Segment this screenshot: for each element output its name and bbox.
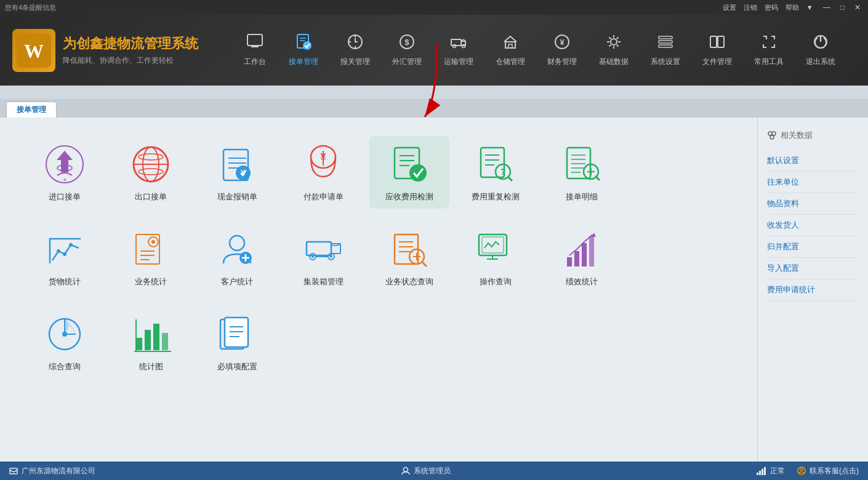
nav-forex-mgmt[interactable]: $ 外汇管理 (382, 28, 432, 72)
order-mgmt-icon (295, 33, 312, 54)
nav-report-mgmt[interactable]: 报关管理 (331, 28, 380, 72)
signal-status: 正常 (770, 466, 785, 476)
grid-item-cash-reimburse[interactable]: ¥ 现金报销单 (197, 136, 277, 209)
app-name: 为创鑫捷物流管理系统 (63, 34, 198, 53)
status-bar: 广州东源物流有限公司 系统管理员 正常 联系客服(点击) (0, 462, 868, 480)
minimize-button[interactable]: — (821, 3, 833, 12)
sidebar-item-consignee[interactable]: 收发货人 (767, 215, 859, 236)
help-link[interactable]: 帮助 (786, 3, 799, 12)
biz-status-query-label: 业务状态查询 (385, 276, 433, 287)
biz-status-query-icon (387, 227, 432, 271)
svg-point-37 (139, 169, 163, 175)
svg-rect-59 (567, 148, 590, 178)
status-support[interactable]: 联系客服(点击) (797, 466, 859, 476)
nav-workbench[interactable]: 工作台 (233, 28, 276, 72)
svg-rect-109 (145, 330, 151, 350)
right-sidebar: 相关数据 默认设置 往来单位 物品资料 收发货人 归并配置 导入配置 费用申请统… (757, 118, 868, 462)
window-controls: — □ ✕ (821, 3, 863, 12)
svg-text:?: ? (500, 167, 505, 177)
status-company: 广州东源物流有限公司 (9, 466, 95, 476)
container-mgmt-label: 集装箱管理 (303, 276, 344, 287)
logo-icon: W (12, 29, 55, 72)
svg-rect-103 (582, 243, 587, 266)
grid-item-required-config[interactable]: 必填项配置 (197, 306, 277, 378)
tab-bar: 接单管理 (0, 99, 868, 118)
maximize-button[interactable]: □ (838, 3, 847, 12)
grid-item-import-order[interactable]: ✈ 进口接单 (25, 136, 105, 209)
performance-stats-icon (560, 227, 604, 271)
titlebar-notification: 您有4条提醒信息 (5, 3, 56, 12)
grid-item-payment-apply[interactable]: ¥ 付款申请单 (283, 136, 363, 209)
tab-order-mgmt[interactable]: 接单管理 (6, 102, 57, 118)
svg-rect-25 (659, 45, 672, 47)
order-detail-label: 接单明细 (566, 191, 598, 202)
sidebar-title: 相关数据 (781, 130, 813, 141)
grid-item-export-order[interactable]: 出口接单 (111, 136, 191, 209)
nav-finance-mgmt[interactable]: ¥ 财务管理 (537, 28, 587, 72)
sidebar-item-fee-apply-stats[interactable]: 费用申请统计 (767, 279, 859, 301)
grid-item-operation-query[interactable]: 操作查询 (456, 221, 536, 294)
required-config-icon (215, 312, 259, 356)
customer-stats-icon (215, 227, 259, 271)
customer-stats-label: 客户统计 (221, 276, 253, 287)
grid-item-receivable-check[interactable]: 应收费用检测 (369, 136, 449, 209)
logout-link[interactable]: 注销 (744, 3, 757, 12)
grid-item-container-mgmt[interactable]: 集装箱管理 (283, 221, 363, 294)
svg-rect-26 (710, 36, 717, 47)
svg-point-69 (57, 249, 60, 253)
svg-rect-110 (153, 324, 159, 350)
transport-mgmt-label: 运输管理 (444, 57, 473, 67)
stats-chart-label: 统计图 (139, 361, 163, 372)
grid-item-comprehensive-query[interactable]: 综合查询 (25, 306, 105, 378)
receivable-check-label: 应收费用检测 (385, 191, 433, 202)
exit-label: 退出系统 (806, 57, 835, 67)
nav-exit[interactable]: 退出系统 (796, 28, 845, 72)
user-name: 系统管理员 (414, 466, 451, 476)
sidebar-item-default-settings[interactable]: 默认设置 (767, 150, 859, 172)
svg-rect-127 (757, 473, 758, 475)
settings-link[interactable]: 设置 (723, 3, 736, 12)
nav-order-mgmt[interactable]: 接单管理 (279, 28, 328, 72)
grid-item-customer-stats[interactable]: 客户统计 (197, 221, 277, 294)
export-order-label: 出口接单 (135, 191, 167, 202)
nav-transport-mgmt[interactable]: 运输管理 (434, 28, 483, 72)
required-config-label: 必填项配置 (217, 361, 257, 372)
svg-rect-130 (764, 467, 766, 475)
grid-item-cargo-stats[interactable]: 货物统计 (25, 221, 105, 294)
import-order-icon: ✈ (42, 142, 87, 186)
grid-item-fee-duplicate[interactable]: ? 费用重复检测 (456, 136, 536, 209)
nav-tools[interactable]: 常用工具 (744, 28, 794, 72)
logo-area: W 为创鑫捷物流管理系统 降低能耗、协调合作、工作更轻松 (0, 29, 211, 72)
cargo-stats-label: 货物统计 (49, 276, 81, 287)
svg-rect-27 (718, 36, 724, 47)
grid-item-order-detail[interactable]: 接单明细 (542, 136, 622, 209)
sidebar-item-goods-info[interactable]: 物品资料 (767, 193, 859, 215)
grid-item-biz-status-query[interactable]: 业务状态查询 (369, 221, 449, 294)
tools-icon (760, 33, 778, 54)
nav-basic-data[interactable]: 基础数据 (589, 28, 638, 72)
support-text[interactable]: 联系客服(点击) (810, 466, 859, 476)
logo-text: 为创鑫捷物流管理系统 降低能耗、协调合作、工作更轻松 (63, 34, 198, 66)
performance-stats-label: 绩效统计 (566, 276, 598, 287)
forex-mgmt-label: 外汇管理 (392, 57, 422, 67)
svg-point-85 (311, 255, 314, 258)
forex-mgmt-icon: $ (398, 33, 416, 54)
dropdown-icon[interactable]: ▼ (806, 4, 813, 11)
nav-sys-settings[interactable]: 系统设置 (641, 28, 690, 72)
grid-item-biz-stats[interactable]: 业务统计 (111, 221, 191, 294)
sidebar-item-partner[interactable]: 往来单位 (767, 172, 859, 193)
svg-rect-104 (589, 236, 594, 266)
titlebar-actions: 设置 注销 密码 帮助 ▼ — □ ✕ (723, 3, 863, 12)
status-user: 系统管理员 (401, 466, 451, 476)
svg-rect-24 (659, 41, 672, 43)
svg-point-51 (409, 164, 427, 182)
sidebar-item-import-config[interactable]: 导入配置 (767, 258, 859, 279)
grid-item-stats-chart[interactable]: 统计图 (111, 306, 191, 378)
nav-warehouse-mgmt[interactable]: 仓储管理 (486, 28, 535, 72)
password-link[interactable]: 密码 (765, 3, 778, 12)
close-button[interactable]: ✕ (852, 3, 863, 12)
nav-file-mgmt[interactable]: 文件管理 (693, 28, 742, 72)
grid-item-performance-stats[interactable]: 绩效统计 (542, 221, 622, 294)
sidebar-item-merge-config[interactable]: 归并配置 (767, 236, 859, 258)
biz-stats-icon (129, 227, 173, 271)
